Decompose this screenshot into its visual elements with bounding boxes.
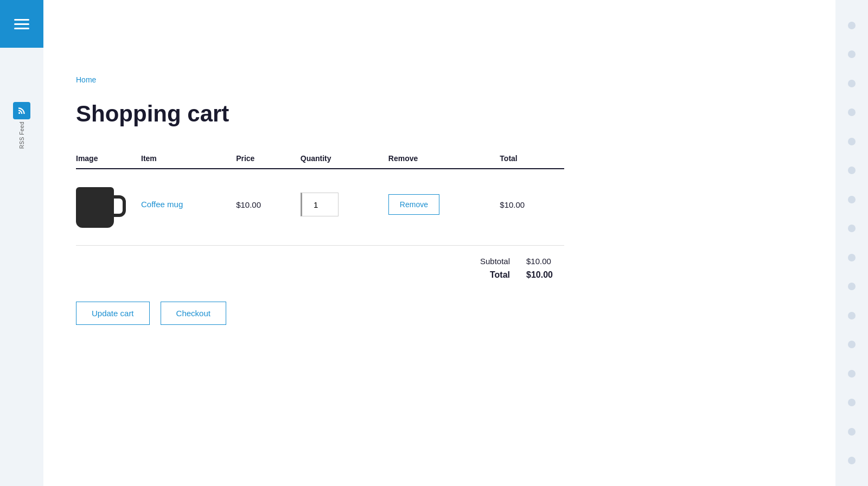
product-image-cell <box>76 169 141 240</box>
product-image <box>76 187 114 228</box>
item-price-cell: $10.00 <box>236 169 301 240</box>
cart-table: Image Item Price Quantity Remove Total <box>76 154 564 240</box>
cart-actions: Update cart Checkout <box>76 302 803 325</box>
rss-label: RSS Feed <box>19 122 25 149</box>
col-image: Image <box>76 154 141 169</box>
item-total-cell: $10.00 <box>500 169 564 240</box>
breadcrumb-home[interactable]: Home <box>76 75 96 84</box>
col-price: Price <box>236 154 301 169</box>
subtotal-label: Subtotal <box>480 257 510 266</box>
subtotal-row: Subtotal $10.00 <box>480 257 564 266</box>
table-header-row: Image Item Price Quantity Remove Total <box>76 154 564 169</box>
item-name-cell: Coffee mug <box>141 169 236 240</box>
total-value: $10.00 <box>526 270 564 280</box>
remove-button[interactable]: Remove <box>388 194 439 215</box>
col-remove: Remove <box>388 154 500 169</box>
col-quantity: Quantity <box>301 154 388 169</box>
cart-summary: Subtotal $10.00 Total $10.00 <box>76 245 564 280</box>
rss-feed-widget[interactable]: RSS Feed <box>13 102 30 149</box>
item-remove-cell: Remove <box>388 169 500 240</box>
item-link[interactable]: Coffee mug <box>141 200 183 209</box>
quantity-input[interactable] <box>301 193 339 216</box>
main-content: Home Shopping cart Image Item Price Quan… <box>43 48 835 486</box>
subtotal-value: $10.00 <box>526 257 564 266</box>
sidebar: RSS Feed <box>0 48 43 486</box>
header <box>0 0 43 48</box>
menu-button[interactable] <box>14 19 29 29</box>
checkout-button[interactable]: Checkout <box>161 302 226 325</box>
item-quantity-cell <box>301 169 388 240</box>
page-title: Shopping cart <box>76 101 803 127</box>
col-total: Total <box>500 154 564 169</box>
decorative-dots <box>835 0 868 486</box>
col-item: Item <box>141 154 236 169</box>
total-row: Total $10.00 <box>490 270 564 280</box>
breadcrumb: Home <box>76 75 803 85</box>
rss-icon <box>13 102 30 119</box>
table-row: Coffee mug $10.00 Remove $10.00 <box>76 169 564 240</box>
total-label: Total <box>490 270 510 280</box>
update-cart-button[interactable]: Update cart <box>76 302 150 325</box>
